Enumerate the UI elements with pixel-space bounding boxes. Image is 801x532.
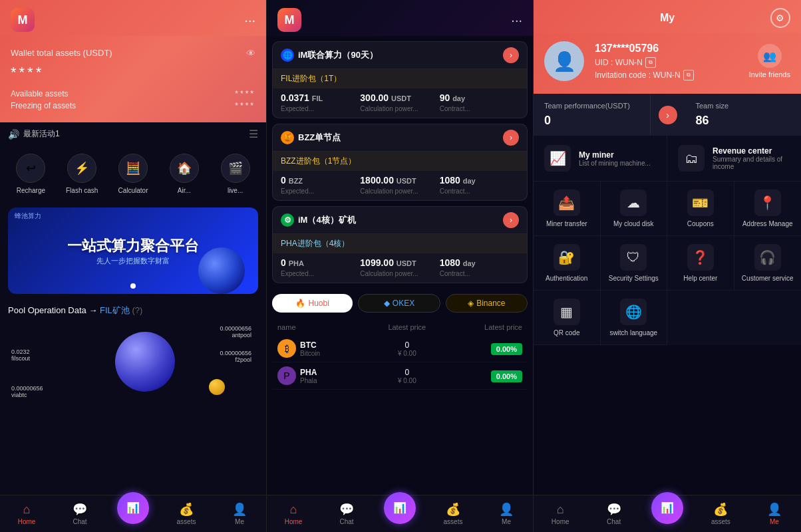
banner-subtitle: 先人一步把握数字财富 <box>96 256 170 266</box>
pha-price-row[interactable]: P PHA Phala 0 ¥ 0.00 0.00% <box>272 362 528 390</box>
switch-language-label: switch language <box>609 329 657 336</box>
nav-home-p1[interactable]: ⌂ Home <box>0 500 53 528</box>
mining-card-im: 🌐 iM联合算力（90天） › FIL进阶包（1T） 0.0371 FIL Ex… <box>272 41 528 118</box>
security-settings-label: Security Settings <box>609 275 659 282</box>
security-settings-button[interactable]: 🛡 Security Settings <box>601 236 668 291</box>
switch-language-button[interactable]: 🌐 switch language <box>601 291 668 345</box>
bzz-arrow-button[interactable]: › <box>503 130 519 146</box>
center-button-p2[interactable]: 📊 <box>384 492 416 524</box>
nav-home-p2[interactable]: ⌂ Home <box>267 500 320 528</box>
address-manage-button[interactable]: 📍 Address Manage <box>734 182 802 236</box>
p1-menu-button[interactable]: ··· <box>244 13 255 28</box>
revenue-center-sub: Summary and details of income <box>713 156 790 170</box>
banner-globe <box>198 247 245 294</box>
nav-me-p3[interactable]: 👤 Me <box>748 499 801 528</box>
binance-icon: ◈ <box>468 299 474 308</box>
nav-chat-p1[interactable]: 💬 Chat <box>53 499 106 528</box>
cloud-disk-button[interactable]: ☁ My cloud disk <box>601 182 668 236</box>
pool-viabtc-label: 0.00000656viabtc <box>11 385 43 398</box>
binance-button[interactable]: ◈ Binance <box>446 294 528 313</box>
btc-price-sub: ¥ 0.00 <box>364 350 450 357</box>
miner-transfer-button[interactable]: 📤 Miner transfer <box>534 182 601 236</box>
pool-link[interactable]: FIL矿池 <box>100 305 130 315</box>
chart-icon: 📊 <box>126 501 140 514</box>
pha-stat-power: 1099.00 USDT Calculation power... <box>360 257 439 277</box>
profile-uid: UID : WUN-N ⧉ <box>595 57 738 68</box>
p2-header: M ··· <box>267 0 533 36</box>
nav-center-p3[interactable]: 📊 <box>641 489 694 532</box>
nav-assets-label-p2: assets <box>444 518 463 525</box>
pha-price: 0 <box>364 368 450 377</box>
menu-row3: ▦ QR code 🌐 switch language <box>534 291 801 345</box>
nav-home-label: Home <box>18 518 36 525</box>
center-button[interactable]: 📊 <box>117 492 149 524</box>
revenue-center-button[interactable]: 🗂 Revenue center Summary and details of … <box>667 136 801 182</box>
authentication-button[interactable]: 🔐 Authentication <box>534 236 601 291</box>
calculator-button[interactable]: 🧮 Calculator <box>112 154 154 194</box>
assets-icon-p2: 💰 <box>446 502 460 517</box>
exchange-tabs: 🔥 Huobi ◆ OKEX ◈ Binance <box>267 289 533 318</box>
nav-chat-label-p3: Chat <box>607 518 621 525</box>
address-manage-icon: 📍 <box>754 190 781 216</box>
menu-row2: 🔐 Authentication 🛡 Security Settings ❓ H… <box>534 236 801 291</box>
settings-icon-button[interactable]: ⚙ <box>770 8 790 28</box>
nav-assets-p2[interactable]: 💰 assets <box>426 499 480 528</box>
wallet-hide-icon[interactable]: 👁 <box>246 48 255 59</box>
nav-me-label-p2: Me <box>502 518 511 525</box>
mining-card-pha-header: ⚙ iM（4核）矿机 › <box>273 207 527 234</box>
im-arrow-button[interactable]: › <box>503 47 519 63</box>
airdrop-button[interactable]: 🏠 Air... <box>163 154 206 194</box>
promo-banner[interactable]: 蜂池算力 一站式算力聚合平台 先人一步把握数字财富 <box>8 207 258 294</box>
quick-icons: ↩ Recharge ⚡ Flash cash 🧮 Calculator 🏠 A… <box>0 146 266 202</box>
okex-button[interactable]: ◆ OKEX <box>358 294 440 313</box>
qr-code-button[interactable]: ▦ QR code <box>534 291 601 345</box>
my-miner-button[interactable]: 📈 My miner List of mining machine... <box>534 136 667 182</box>
nav-chat-p2[interactable]: 💬 Chat <box>320 499 373 528</box>
help-center-button[interactable]: ❓ Help center <box>667 236 734 291</box>
nav-center-p1[interactable]: 📊 <box>106 489 160 532</box>
pha-arrow-button[interactable]: › <box>503 212 519 228</box>
nav-chat-p3[interactable]: 💬 Chat <box>587 499 640 528</box>
p2-menu-button[interactable]: ··· <box>511 13 522 28</box>
coupons-icon: 🎫 <box>687 190 714 216</box>
mining-card-bzz: 🍯 BZZ单节点 › BZZ进阶包（1节点） 0 BZZ Expected...… <box>272 124 528 201</box>
team-arrow-button[interactable]: › <box>659 106 677 124</box>
customer-service-button[interactable]: 🎧 Customer service <box>734 236 802 291</box>
my-miner-sub: List of mining machine... <box>579 160 651 167</box>
available-assets-row: Available assets **** <box>11 89 255 98</box>
btc-price-row[interactable]: ₿ BTC Bitcoin 0 ¥ 0.00 0.00% <box>272 335 528 362</box>
menu-lines-icon[interactable]: ☰ <box>249 128 258 140</box>
nav-assets-p1[interactable]: 💰 assets <box>160 499 213 528</box>
pool-f2pool-label: 0.00000656f2pool <box>220 350 251 363</box>
live-button[interactable]: 🎬 live... <box>214 154 257 194</box>
p2-bottom-nav: ⌂ Home 💬 Chat 📊 💰 assets 👤 Me <box>267 495 533 532</box>
assets-icon-p3: 💰 <box>713 502 728 517</box>
nav-center-p2[interactable]: 📊 <box>373 489 426 532</box>
pool-title-text: Pool Operation Data → <box>8 305 100 315</box>
team-size-label: Team size <box>696 102 791 110</box>
coupons-button[interactable]: 🎫 Coupons <box>667 182 734 236</box>
nav-me-p2[interactable]: 👤 Me <box>480 499 533 528</box>
pool-section: Pool Operation Data → FIL矿池 (?) 0.000006… <box>0 299 266 407</box>
im-stats: 0.0371 FIL Expected... 300.00 USDT Calcu… <box>273 88 527 118</box>
pha-pct-badge: 0.00% <box>491 370 522 382</box>
home-icon: ⌂ <box>23 503 31 517</box>
wallet-stars: **** <box>11 64 255 81</box>
notice-text: 最新活动1 <box>23 128 60 140</box>
huobi-button[interactable]: 🔥 Huobi <box>272 294 353 313</box>
nav-assets-p3[interactable]: 💰 assets <box>694 499 747 528</box>
recharge-button[interactable]: ↩ Recharge <box>9 154 52 194</box>
invite-copy-button[interactable]: ⧉ <box>683 70 694 80</box>
p1-bottom-nav: ⌂ Home 💬 Chat 📊 💰 assets 👤 Me <box>0 495 266 532</box>
flash-cash-button[interactable]: ⚡ Flash cash <box>61 154 103 194</box>
center-button-p3[interactable]: 📊 <box>651 492 683 524</box>
invite-friends-section[interactable]: 👥 Invite friends <box>749 44 790 78</box>
pha-coin-full: Phala <box>300 377 317 384</box>
nav-home-p3[interactable]: ⌂ Home <box>534 500 587 528</box>
bzz-badge: 🍯 <box>281 131 294 144</box>
nav-chat-label-p2: Chat <box>339 518 353 525</box>
nav-me-p1[interactable]: 👤 Me <box>213 499 266 528</box>
chart-icon-p2: 📊 <box>393 501 406 514</box>
uid-copy-button[interactable]: ⧉ <box>645 57 656 68</box>
im-stat-contract: 90 day Contract... <box>440 92 519 112</box>
